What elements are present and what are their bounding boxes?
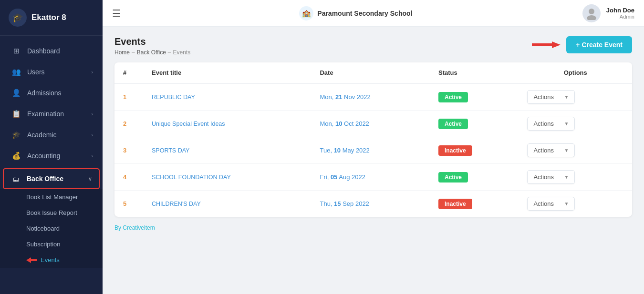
sidebar-item-users[interactable]: 👥 Users › <box>0 61 103 82</box>
page-header-left: Events Home – Back Office – Events <box>114 36 190 56</box>
svg-point-1 <box>589 9 594 14</box>
events-table: # Event title Date Status Options 1REPUB… <box>114 62 632 217</box>
svg-point-2 <box>587 15 596 20</box>
sidebar-item-label: Dashboard <box>27 47 93 55</box>
breadcrumb-sep-1: – <box>132 49 135 56</box>
col-options: Options <box>519 62 632 83</box>
hamburger-icon[interactable]: ☰ <box>112 8 121 19</box>
cell-actions: Actions▼ <box>519 111 632 137</box>
svg-marker-0 <box>26 257 37 263</box>
sidebar-subitem-book-issue-report[interactable]: Book Issue Report <box>0 205 103 221</box>
cell-num: 5 <box>114 191 143 217</box>
sidebar-item-examination[interactable]: 📋 Examination › <box>0 103 103 124</box>
cell-title[interactable]: SPORTS DAY <box>143 137 311 164</box>
sidebar-item-label: Back Office <box>27 175 88 182</box>
main-content: ☰ 🏫 Paramount Secondary School John Doe … <box>103 0 644 294</box>
breadcrumb-home[interactable]: Home <box>114 49 130 56</box>
chevron-right-icon: › <box>91 69 93 75</box>
red-arrow-left-icon <box>26 257 37 264</box>
sidebar-item-back-office[interactable]: 🗂 Back Office ∨ <box>3 168 100 189</box>
cell-status: Inactive <box>430 137 519 164</box>
academic-icon: 🎓 <box>11 130 21 140</box>
table-row: 2Unique Special Event IdeasMon, 10 Oct 2… <box>114 111 632 137</box>
actions-button[interactable]: Actions▼ <box>527 143 575 157</box>
cell-actions: Actions▼ <box>519 191 632 217</box>
school-name: 🏫 Paramount Secondary School <box>299 6 412 20</box>
actions-button[interactable]: Actions▼ <box>527 197 575 211</box>
sidebar-nav: ⊞ Dashboard 👥 Users › 👤 Admissions 📋 Exa… <box>0 36 103 294</box>
sidebar-subitem-book-list-manager[interactable]: Book List Manager <box>0 189 103 205</box>
breadcrumb-backoffice[interactable]: Back Office <box>137 49 166 56</box>
cell-num: 2 <box>114 111 143 137</box>
cell-actions: Actions▼ <box>519 137 632 164</box>
topbar-center: 🏫 Paramount Secondary School <box>129 6 582 20</box>
table-row: 1REPUBLIC DAYMon, 21 Nov 2022ActiveActio… <box>114 83 632 111</box>
topbar: ☰ 🏫 Paramount Secondary School John Doe … <box>103 0 644 27</box>
cell-title[interactable]: CHILDREN'S DAY <box>143 191 311 217</box>
col-status: Status <box>430 62 519 83</box>
cell-date: Thu, 15 Sep 2022 <box>311 191 430 217</box>
breadcrumb-sep-2: – <box>168 49 171 56</box>
status-badge: Active <box>438 92 468 102</box>
cell-num: 3 <box>114 137 143 164</box>
footer-credit: By Creativeitem <box>114 224 632 231</box>
user-avatar-svg <box>585 7 598 20</box>
cell-actions: Actions▼ <box>519 164 632 191</box>
page-header: Events Home – Back Office – Events + Cre… <box>114 36 632 56</box>
user-name: John Doe <box>606 7 634 14</box>
actions-button[interactable]: Actions▼ <box>527 117 575 131</box>
subitem-label: Book Issue Report <box>26 209 77 216</box>
chevron-down-icon: ▼ <box>564 148 569 153</box>
red-arrow-right-icon <box>532 40 561 50</box>
sidebar-item-academic[interactable]: 🎓 Academic › <box>0 124 103 145</box>
chevron-down-icon: ▼ <box>564 121 569 126</box>
cell-title[interactable]: SCHOOL FOUNDATION DAY <box>143 164 311 191</box>
back-office-submenu: Book List Manager Book Issue Report Noti… <box>0 189 103 268</box>
sidebar-subitem-noticeboard[interactable]: Noticeboard <box>0 221 103 236</box>
col-num: # <box>114 62 143 83</box>
chevron-down-icon: ∨ <box>88 176 92 182</box>
chevron-right-icon: › <box>91 132 93 138</box>
col-date: Date <box>311 62 430 83</box>
actions-button[interactable]: Actions▼ <box>527 90 575 104</box>
create-btn-wrapper: + Create Event <box>532 36 632 53</box>
subitem-label: Subscription <box>26 241 61 248</box>
subitem-label: Book List Manager <box>26 193 78 201</box>
table-row: 3SPORTS DAYTue, 10 May 2022InactiveActio… <box>114 137 632 164</box>
cell-date: Mon, 21 Nov 2022 <box>311 83 430 111</box>
page-content: Events Home – Back Office – Events + Cre… <box>103 27 644 294</box>
page-title: Events <box>114 36 190 47</box>
cell-num: 4 <box>114 164 143 191</box>
logo-text: Ekattor 8 <box>31 13 66 22</box>
create-event-button[interactable]: + Create Event <box>566 36 632 53</box>
sidebar-item-dashboard[interactable]: ⊞ Dashboard <box>0 41 103 61</box>
breadcrumb-current: Events <box>173 49 191 56</box>
actions-button[interactable]: Actions▼ <box>527 170 575 184</box>
sidebar-subitem-events[interactable]: Events <box>0 252 103 268</box>
svg-marker-3 <box>532 41 561 48</box>
chevron-right-icon: › <box>91 111 93 117</box>
cell-actions: Actions▼ <box>519 83 632 111</box>
cell-status: Active <box>430 164 519 191</box>
sidebar-item-label: Admissions <box>27 89 93 97</box>
cell-status: Active <box>430 111 519 137</box>
cell-title[interactable]: REPUBLIC DAY <box>143 83 311 111</box>
status-badge: Active <box>438 119 468 129</box>
admissions-icon: 👤 <box>11 88 21 98</box>
sidebar-item-accounting[interactable]: 💰 Accounting › <box>0 145 103 166</box>
breadcrumb: Home – Back Office – Events <box>114 49 190 56</box>
status-badge: Active <box>438 172 468 182</box>
sidebar-item-admissions[interactable]: 👤 Admissions <box>0 82 103 103</box>
cell-title[interactable]: Unique Special Event Ideas <box>143 111 311 137</box>
sidebar-item-label: Examination <box>27 110 91 118</box>
sidebar-logo[interactable]: 🎓 Ekattor 8 <box>0 0 103 36</box>
chevron-down-icon: ▼ <box>564 174 569 180</box>
cell-num: 1 <box>114 83 143 111</box>
table-header-row: # Event title Date Status Options <box>114 62 632 83</box>
sidebar-subitem-subscription[interactable]: Subscription <box>0 236 103 252</box>
status-badge: Inactive <box>438 145 472 156</box>
school-icon: 🏫 <box>299 6 313 20</box>
cell-date: Mon, 10 Oct 2022 <box>311 111 430 137</box>
events-table-card: # Event title Date Status Options 1REPUB… <box>114 62 632 217</box>
cell-date: Fri, 05 Aug 2022 <box>311 164 430 191</box>
